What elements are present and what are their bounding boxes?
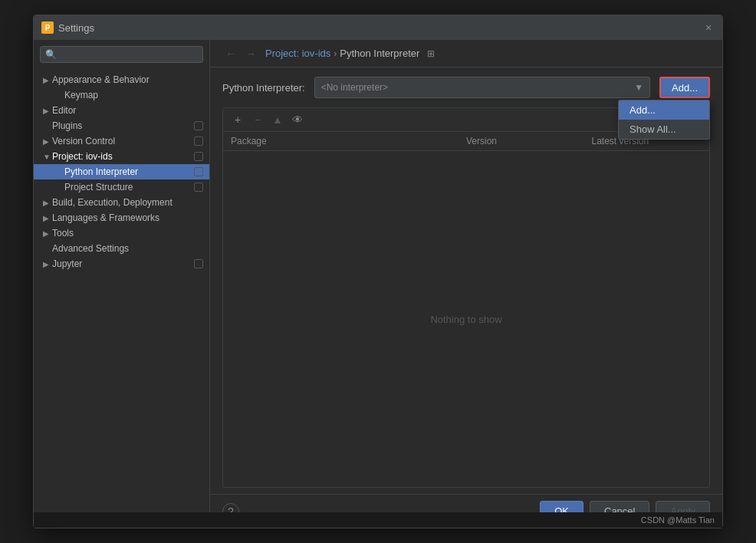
nav-arrows: ← → <box>222 46 259 61</box>
arrow-icon: ▶ <box>43 199 52 207</box>
arrow-icon: ▶ <box>43 107 52 115</box>
arrow-icon: ▼ <box>43 153 52 161</box>
empty-message: Nothing to show <box>430 314 501 325</box>
status-right: CSDN @Matts Tian <box>641 515 715 525</box>
column-header-version: Version <box>459 132 584 150</box>
breadcrumb-separator: › <box>334 48 337 59</box>
sidebar-item-project[interactable]: ▼ Project: iov-ids <box>34 149 209 164</box>
search-icon: 🔍 <box>45 49 57 60</box>
dropdown-item-add[interactable]: Add... <box>619 100 709 120</box>
search-box[interactable]: 🔍 <box>40 46 203 63</box>
sidebar-item-jupyter[interactable]: ▶ Jupyter <box>34 256 209 272</box>
main-content: ← → Project: iov-ids › Python Interprete… <box>210 40 722 528</box>
sidebar-item-project-structure[interactable]: Project Structure <box>34 179 209 195</box>
back-arrow[interactable]: ← <box>222 46 239 61</box>
sidebar-item-appearance[interactable]: ▶ Appearance & Behavior <box>34 72 209 87</box>
upgrade-package-button[interactable]: ▲ <box>269 111 286 128</box>
sidebar-item-tools[interactable]: ▶ Tools <box>34 225 209 241</box>
breadcrumb-parent[interactable]: Project: iov-ids <box>265 48 330 59</box>
breadcrumb: Project: iov-ids › Python Interpreter ⊞ <box>265 48 710 59</box>
breadcrumb-pin-icon[interactable]: ⊞ <box>427 48 435 59</box>
dropdown-caret-icon: ▼ <box>634 82 643 93</box>
sidebar-item-keymap[interactable]: Keymap <box>34 87 209 103</box>
dialog-body: 🔍 ▶ Appearance & Behavior Keymap ▶ Edito <box>34 40 722 528</box>
title-bar: P Settings × <box>34 15 722 40</box>
add-package-button[interactable]: + <box>229 111 246 128</box>
search-input[interactable] <box>60 49 198 60</box>
options-package-button[interactable]: 👁 <box>289 111 306 128</box>
table-body: Nothing to show <box>223 151 709 487</box>
sidebar-item-plugins[interactable]: Plugins <box>34 118 209 133</box>
column-header-package: Package <box>223 132 459 150</box>
sidebar-item-python-interpreter[interactable]: Python Interpreter <box>34 164 209 179</box>
arrow-icon: ▶ <box>43 260 52 268</box>
sidebar-item-build[interactable]: ▶ Build, Execution, Deployment <box>34 195 209 210</box>
title-bar-left: P Settings <box>41 21 94 34</box>
arrow-icon: ▶ <box>43 214 52 222</box>
nav-tree: ▶ Appearance & Behavior Keymap ▶ Editor … <box>34 69 209 275</box>
remove-package-button[interactable]: − <box>249 111 266 128</box>
app-icon: P <box>41 21 54 34</box>
packages-section: + − ▲ 👁 Package Version Latest version N… <box>222 107 710 488</box>
sidebar: 🔍 ▶ Appearance & Behavior Keymap ▶ Edito <box>34 40 210 528</box>
close-button[interactable]: × <box>702 21 715 34</box>
arrow-icon: ▶ <box>43 137 52 146</box>
sidebar-item-version-control[interactable]: ▶ Version Control <box>34 133 209 149</box>
add-button-wrapper: Add... Add... Show All... <box>659 77 710 98</box>
arrow-icon: ▶ <box>43 76 52 84</box>
dialog-title: Settings <box>58 22 94 34</box>
add-button[interactable]: Add... <box>659 77 710 98</box>
arrow-icon: ▶ <box>43 229 52 238</box>
badge-icon <box>194 152 203 161</box>
dropdown-item-show-all[interactable]: Show All... <box>619 120 709 139</box>
interpreter-label: Python Interpreter: <box>222 82 305 94</box>
add-dropdown-menu: Add... Show All... <box>618 100 710 140</box>
interpreter-row: Python Interpreter: <No interpreter> ▼ A… <box>210 67 722 107</box>
badge-icon <box>194 137 203 146</box>
badge-icon <box>194 183 203 192</box>
interpreter-select-dropdown[interactable]: <No interpreter> ▼ <box>314 77 650 98</box>
forward-arrow[interactable]: → <box>242 46 259 61</box>
badge-icon <box>194 121 203 130</box>
settings-dialog: P Settings × 🔍 ▶ Appearance & Behavior <box>33 15 723 528</box>
sidebar-item-advanced-settings[interactable]: Advanced Settings <box>34 241 209 256</box>
badge-icon <box>194 167 203 176</box>
sidebar-item-languages[interactable]: ▶ Languages & Frameworks <box>34 210 209 225</box>
interpreter-value: <No interpreter> <box>321 82 388 93</box>
badge-icon <box>194 259 203 268</box>
status-bar: CSDN @Matts Tian <box>34 512 722 528</box>
breadcrumb-current: Python Interpreter <box>340 48 419 59</box>
sidebar-item-editor[interactable]: ▶ Editor <box>34 103 209 118</box>
breadcrumb-bar: ← → Project: iov-ids › Python Interprete… <box>210 40 722 67</box>
